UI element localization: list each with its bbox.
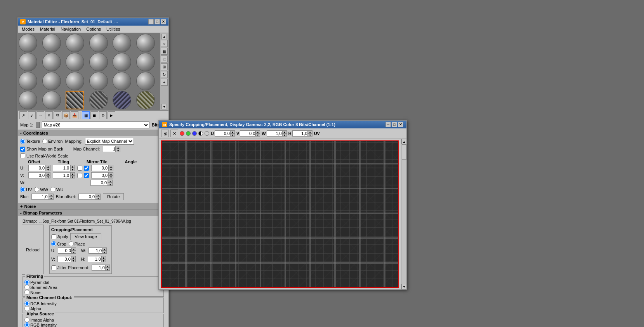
- rotate-preview-btn[interactable]: ↻: [161, 71, 168, 78]
- tiling-u-down[interactable]: ▼: [70, 168, 75, 171]
- material-slot-16[interactable]: [89, 72, 108, 90]
- green-channel-btn[interactable]: [186, 131, 191, 136]
- crop-restore-btn[interactable]: □: [392, 122, 397, 127]
- scroll-down-arrow[interactable]: ▼: [161, 104, 167, 109]
- angle-w-down[interactable]: ▼: [108, 183, 113, 186]
- angle-v-up[interactable]: ▲: [109, 172, 113, 175]
- material-slot-1[interactable]: [19, 34, 37, 52]
- scroll-thumb-v[interactable]: [402, 144, 406, 160]
- tiling-v-input[interactable]: [53, 172, 70, 178]
- mapping-dropdown[interactable]: Explicit Map Channel: [85, 138, 134, 145]
- material-slot-12[interactable]: [136, 53, 155, 71]
- map-number-dropdown[interactable]: Map #26: [42, 121, 149, 128]
- blur-up[interactable]: ▲: [49, 194, 54, 197]
- reload-button[interactable]: Reload: [22, 225, 44, 275]
- map-pin-icon[interactable]: [36, 122, 40, 128]
- angle-w-input[interactable]: [90, 180, 108, 186]
- environ-radio[interactable]: [42, 139, 47, 144]
- map-channel-spin-down[interactable]: ▼: [116, 149, 120, 152]
- show-final-btn[interactable]: ◼: [90, 111, 98, 119]
- blue-channel-btn[interactable]: [192, 131, 197, 136]
- crop-cancel-btn[interactable]: ✕: [170, 130, 178, 137]
- make-unique-btn[interactable]: ⧉: [54, 111, 61, 119]
- rotate-button[interactable]: Rotate: [103, 193, 124, 200]
- wu-radio[interactable]: [50, 187, 56, 192]
- angle-v-input[interactable]: [91, 172, 109, 178]
- v-coord-down[interactable]: ▼: [255, 133, 260, 137]
- show-map-checkbox[interactable]: [20, 147, 25, 152]
- scrollbar-up-btn[interactable]: ▲: [401, 139, 407, 144]
- zoom-preview-btn[interactable]: +: [161, 79, 168, 86]
- offset-u-input[interactable]: [28, 165, 46, 171]
- map-channel-input[interactable]: [102, 146, 116, 152]
- material-slot-19[interactable]: [19, 91, 37, 109]
- scrollbar-down-btn[interactable]: ▼: [401, 284, 407, 289]
- angle-u-up[interactable]: ▲: [109, 165, 113, 168]
- v-coord-input[interactable]: [240, 130, 255, 137]
- material-slot-9[interactable]: [66, 53, 84, 71]
- material-slot-15[interactable]: [66, 72, 84, 90]
- jitter-down[interactable]: ▼: [105, 268, 110, 271]
- material-slot-20[interactable]: [42, 91, 61, 109]
- sphere-display-btn[interactable]: ○: [161, 40, 168, 47]
- put-to-lib-btn[interactable]: 📦: [62, 111, 70, 119]
- w-coord-up[interactable]: ▲: [282, 130, 287, 133]
- menu-material[interactable]: Material: [38, 26, 57, 32]
- mirror-u-checkbox[interactable]: [77, 166, 82, 171]
- bitmap-params-header[interactable]: - Bitmap Parameters: [18, 210, 168, 216]
- angle-u-down[interactable]: ▼: [109, 168, 113, 171]
- close-button[interactable]: ✕: [161, 19, 166, 24]
- none-filter-radio[interactable]: [24, 290, 30, 295]
- tiling-v-down[interactable]: ▼: [70, 175, 75, 178]
- blur-offset-up[interactable]: ▲: [96, 194, 101, 197]
- alpha-mono-radio[interactable]: [24, 306, 30, 311]
- material-slot-23[interactable]: [113, 91, 131, 109]
- tiling-u-up[interactable]: ▲: [70, 165, 75, 168]
- offset-u-up[interactable]: ▲: [46, 165, 50, 168]
- angle-w-up[interactable]: ▲: [108, 180, 113, 183]
- material-slot-6[interactable]: [136, 34, 155, 52]
- show-map-btn[interactable]: ▦: [82, 111, 90, 119]
- crop-u-input[interactable]: [58, 247, 71, 254]
- coordinates-header[interactable]: - Coordinates: [18, 130, 168, 136]
- restore-button[interactable]: □: [154, 19, 160, 24]
- tile-v-checkbox[interactable]: [84, 173, 89, 178]
- preview-options-btn[interactable]: ⊞: [161, 63, 168, 70]
- options-btn[interactable]: ⚙: [99, 111, 107, 119]
- w-coord-input[interactable]: [267, 130, 282, 137]
- material-slot-17[interactable]: [113, 72, 131, 90]
- jitter-checkbox[interactable]: [51, 265, 56, 270]
- blur-down[interactable]: ▼: [49, 197, 54, 200]
- assign-material-btn[interactable]: →: [36, 111, 44, 119]
- mirror-v-checkbox[interactable]: [77, 173, 82, 178]
- rgb-intensity-radio[interactable]: [24, 301, 30, 306]
- offset-v-input[interactable]: [28, 172, 46, 178]
- h-coord-input[interactable]: [292, 130, 308, 137]
- tiling-v-up[interactable]: ▲: [70, 172, 75, 175]
- crop-close-btn[interactable]: ✕: [398, 122, 403, 127]
- ww-radio[interactable]: [34, 187, 39, 192]
- material-slot-3[interactable]: [66, 34, 84, 52]
- u-coord-up[interactable]: ▲: [230, 130, 235, 133]
- background-btn[interactable]: ▭: [161, 55, 168, 62]
- red-channel-btn[interactable]: [180, 131, 184, 136]
- material-slot-24[interactable]: [136, 91, 155, 109]
- material-slot-18[interactable]: [136, 72, 155, 90]
- pyramidal-radio[interactable]: [24, 280, 30, 285]
- reset-map-btn[interactable]: ✕: [45, 111, 53, 119]
- crop-w-up[interactable]: ▲: [102, 247, 107, 251]
- crop-v-input[interactable]: [57, 256, 71, 262]
- tiling-u-input[interactable]: [53, 165, 70, 171]
- blur-offset-down[interactable]: ▼: [96, 197, 101, 200]
- get-material-btn[interactable]: ↗: [19, 111, 27, 119]
- menu-modes[interactable]: Modes: [19, 26, 37, 32]
- composite-channel-btn[interactable]: [205, 131, 209, 136]
- put-material-btn[interactable]: ↙: [28, 111, 36, 119]
- material-slot-4[interactable]: [89, 34, 108, 52]
- crop-u-up[interactable]: ▲: [71, 247, 76, 251]
- minimize-button[interactable]: ─: [148, 19, 154, 24]
- offset-v-down[interactable]: ▼: [46, 175, 50, 178]
- noise-header[interactable]: + Noise: [18, 203, 168, 210]
- jitter-input[interactable]: [92, 265, 105, 271]
- image-alpha-radio[interactable]: [24, 317, 30, 322]
